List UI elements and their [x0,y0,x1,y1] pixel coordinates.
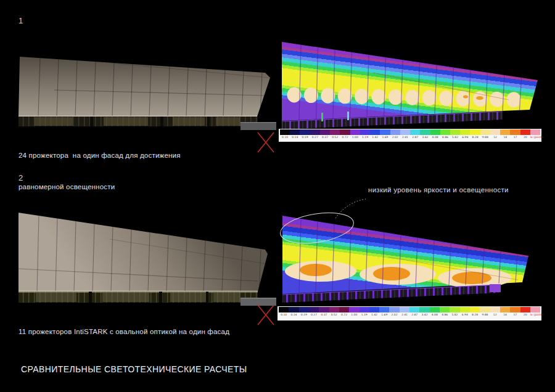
legend-swatch [290,129,300,135]
legend-swatch [530,129,540,135]
legend-cell: 17 [510,129,520,142]
legend-swatch [460,129,470,135]
legend-swatch [520,307,530,312]
legend-swatch [420,129,430,135]
legend-swatch [490,129,500,135]
legend-cell: 0.10 [280,129,290,142]
legend-value: lx (point) [530,312,540,317]
legend-cell: 1.00 [350,129,360,142]
legend-swatch [329,307,339,312]
legend-swatch [440,129,450,135]
legend-cell: 0.27 [309,307,319,321]
legend-cell: 1.42 [369,307,379,321]
legend-swatch [279,307,289,312]
legend-value: 9.88 [480,312,490,317]
legend-cell: 0.14 [289,307,298,321]
legend-swatch [349,307,359,312]
section-2-number: 2 [18,173,23,182]
legend-value: 14 [500,135,510,139]
legend-cell: 0.19 [300,129,310,142]
legend-value: 5.82 [450,135,460,139]
legend-swatch [350,129,360,135]
legend-value: 0.10 [280,135,290,139]
legend-value: 1.42 [370,135,380,139]
illuminance-map-1 [281,37,540,129]
legend-cell: 6.94 [460,129,470,142]
legend-value: 2.41 [400,135,410,139]
legend-swatch [470,307,480,312]
lux-legend-1: 0.100.140.190.270.370.520.721.001.191.42… [279,129,541,142]
legend-cell: 0.72 [340,129,350,142]
legend-cell: 14 [500,129,510,142]
legend-value: 0.14 [289,312,298,317]
legend-value: 4.86 [440,312,450,317]
purple-block [490,284,501,292]
legend-cell: 0.52 [330,129,340,142]
legend-value: 6.94 [460,135,470,139]
legend-cell: 3.42 [419,307,429,321]
legend-swatch [500,129,510,135]
orange-speck-1 [463,96,468,99]
legend-swatch [390,129,400,135]
legend-swatch [389,307,399,312]
legend-cell: 1.19 [360,307,369,321]
legend-swatch [410,129,420,135]
slide: 1 [0,0,555,392]
legend-swatch [339,307,349,312]
legend-cell: 5.82 [450,129,460,142]
legend-swatch [470,129,480,135]
legend-value: 12 [490,312,500,317]
legend-cell: 8.28 [470,307,480,321]
legend-value: 1.00 [349,312,359,317]
legend-swatch [419,307,429,312]
legend-swatch [510,129,520,135]
rejected-x-icon-2 [256,303,276,327]
legend-cell: 0.52 [329,307,339,321]
cyan-stripe [347,112,349,120]
legend-value: 0.19 [300,135,310,139]
legend-value: 0.52 [329,312,339,317]
legend-cell: 2.41 [400,129,410,142]
legend-swatch [510,307,520,312]
legend-value: 9.88 [480,135,490,139]
legend-value: 0.52 [330,135,340,139]
legend-swatch [340,129,350,135]
legend-swatch [330,129,340,135]
legend-value: 1.00 [350,135,360,139]
legend-cell: 14 [500,307,510,321]
legend-cell: 5.82 [450,307,459,321]
legend-swatch [289,307,298,312]
legend-value: 4.08 [430,312,440,317]
legend-cell: 4.86 [440,129,450,142]
legend-swatch [360,129,370,135]
legend-cell: 4.08 [430,129,440,142]
legend-value: 20 [520,312,530,317]
legend-value: 6.94 [460,312,470,317]
legend-swatch [450,129,460,135]
legend-swatch [409,307,419,312]
legend-value: 17 [510,312,520,317]
legend-swatch [370,129,380,135]
legend-value: 14 [500,312,510,317]
legend-cell: 0.37 [319,307,329,321]
legend-swatch [480,307,490,312]
legend-value: 0.72 [339,312,349,317]
legend-cell: 6.94 [460,307,470,321]
legend-swatch [450,307,459,312]
legend-cell: 12 [490,129,500,142]
legend-value: 8.28 [470,312,480,317]
legend-swatch [319,307,329,312]
legend-swatch [440,307,450,312]
legend-swatch [310,129,320,135]
legend-value: 5.82 [450,312,459,317]
legend-cell: 2.02 [390,129,400,142]
caption-1-line1: 24 прожектора на один фасад для достижен… [18,150,259,161]
legend-swatch [309,307,319,312]
legend-swatch [400,129,410,135]
legend-swatch [379,307,389,312]
legend-value: 20 [520,135,530,139]
legend-value: 2.87 [410,135,420,139]
legend-swatch [320,129,330,135]
legend-value: 17 [510,135,520,139]
legend-cell: 8.28 [470,129,480,142]
